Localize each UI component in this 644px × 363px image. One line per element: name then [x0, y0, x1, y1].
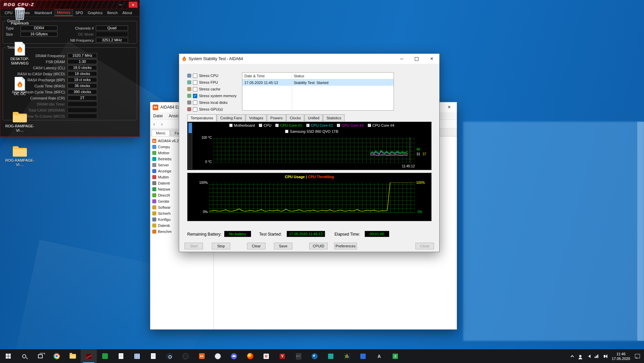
minimize-icon[interactable]	[117, 2, 124, 8]
taskbar-firefox[interactable]	[242, 349, 258, 363]
taskbar-voicemeeter[interactable]	[339, 349, 355, 363]
taskbar-file-explorer[interactable]	[65, 349, 81, 363]
config-icon	[152, 217, 156, 221]
taskbar-app-v[interactable]: V	[274, 349, 290, 363]
tab-unified[interactable]: Unified	[305, 114, 323, 121]
tray-speaker[interactable]	[585, 349, 593, 363]
taskbar-search-button[interactable]	[16, 349, 32, 363]
nav-back-icon[interactable]: ‹	[150, 121, 158, 127]
series-toggle-cpu[interactable]: CPU	[259, 123, 271, 127]
taskbar-app-green[interactable]	[97, 349, 113, 363]
close-icon[interactable]: ×	[129, 2, 137, 8]
taskbar-app-r[interactable]: R	[258, 349, 274, 363]
stress-fpu-checkbox[interactable]	[193, 80, 197, 85]
minimize-icon[interactable]	[394, 54, 409, 64]
chart-scrollbar[interactable]	[188, 123, 192, 169]
test-started-value: 17.05.2020 11:45:12	[287, 231, 325, 237]
stress-disks-checkbox[interactable]	[193, 100, 197, 105]
desktop-icon-file-2[interactable]: OC OC	[4, 75, 36, 96]
tab-menu[interactable]: Menü	[152, 130, 170, 136]
stress-disks-option[interactable]: Stress local disks	[187, 99, 228, 106]
series-toggle-core4[interactable]: CPU Core #4	[368, 123, 394, 127]
taskbar-app-green2[interactable]: 2	[387, 349, 403, 363]
taskbar-discord[interactable]	[226, 349, 242, 363]
stress-memory-option[interactable]: Stress system memory	[187, 92, 237, 99]
close-icon[interactable]	[424, 54, 439, 64]
series-toggle-motherboard[interactable]: Motherboard	[229, 123, 255, 127]
stability-titlebar[interactable]: System Stability Test - AIDA64	[179, 54, 439, 64]
stress-cache-option[interactable]: Stress cache	[187, 86, 220, 92]
tray-contact[interactable]	[576, 349, 585, 363]
series-checkbox[interactable]	[368, 124, 371, 127]
taskbar-app-blue-swirl[interactable]	[307, 349, 323, 363]
speaker-icon	[587, 355, 591, 358]
stress-cpu-checkbox[interactable]	[193, 74, 197, 78]
stress-memory-checkbox[interactable]	[193, 94, 197, 98]
series-toggle-core2[interactable]: CPU Core #2	[306, 123, 333, 127]
action-center-button[interactable]	[633, 349, 641, 363]
preferences-button[interactable]: Preferences	[334, 243, 357, 249]
hidden-icons-chevron[interactable]	[568, 349, 576, 363]
series-toggle-core1[interactable]: CPU Core #1	[275, 123, 302, 127]
tab-powers[interactable]: Powers	[267, 114, 286, 121]
stress-fpu-option[interactable]: Stress FPU	[187, 79, 218, 86]
desktop-icon-recycle-bin[interactable]: Papierkorb	[4, 4, 36, 26]
start-button[interactable]	[0, 349, 16, 363]
task-view-icon	[38, 354, 43, 358]
chart-scrollbar-thumb[interactable]	[189, 123, 192, 133]
taskbar-aida64[interactable]: 64	[194, 349, 210, 363]
desktop-icon-folder-1[interactable]: ROG-RAMPAGE-VI-...	[4, 107, 36, 133]
taskbar-app-a[interactable]: A	[371, 349, 387, 363]
task-view-button[interactable]	[32, 349, 48, 363]
series-checkbox[interactable]	[306, 124, 310, 127]
nav-forward-icon[interactable]: ›	[158, 121, 166, 127]
taskbar-epic-games[interactable]: EPIC	[290, 349, 307, 363]
stress-cache-checkbox[interactable]	[193, 87, 197, 91]
clear-button[interactable]: Clear	[247, 243, 266, 249]
series-toggle-ssd[interactable]: Samsung SSD 860 QVO 1TB	[285, 129, 338, 133]
desktop-icon-file-1[interactable]: DESKTOP-56MVM1G	[4, 40, 36, 66]
tab-temperatures[interactable]: Temperatures	[187, 114, 216, 121]
save-button[interactable]: Save	[274, 243, 292, 249]
menu-datei[interactable]: Datei	[150, 114, 166, 118]
cpuid-button[interactable]: CPUID	[309, 243, 328, 249]
tab-cooling-fans[interactable]: Cooling Fans	[217, 114, 245, 121]
tab-clocks[interactable]: Clocks	[286, 114, 304, 121]
log-row[interactable]: 17.05.2020 11:45:13 Stability Test: Star…	[242, 79, 394, 86]
taskbar-document[interactable]	[145, 349, 161, 363]
taskbar-app-teal[interactable]	[323, 349, 339, 363]
series-checkbox[interactable]	[337, 124, 340, 127]
tab-memory[interactable]: Memory	[54, 9, 73, 16]
stop-button[interactable]: Stop	[212, 243, 230, 249]
taskbar-chrome[interactable]	[48, 349, 65, 363]
series-checkbox[interactable]	[259, 124, 262, 127]
tab-statistics[interactable]: Statistics	[323, 114, 345, 121]
taskbar-cpuz[interactable]	[81, 349, 97, 363]
taskbar-app-white-circle[interactable]	[210, 349, 226, 363]
desktop-icon-folder-2[interactable]: ROG-RAMPAGE-VI-...	[4, 141, 36, 167]
taskbar-notepad[interactable]	[113, 349, 129, 363]
temperature-plot	[213, 137, 415, 163]
series-checkbox[interactable]	[229, 124, 233, 127]
taskbar-app-striped[interactable]	[129, 349, 145, 363]
tab-bench[interactable]: Bench	[105, 10, 120, 16]
tab-voltages[interactable]: Voltages	[246, 114, 267, 121]
stress-gpu-option[interactable]: Stress GPU(s)	[187, 106, 223, 113]
stress-cpu-option[interactable]: Stress CPU	[187, 72, 218, 79]
series-checkbox[interactable]	[275, 124, 279, 127]
tray-network[interactable]	[593, 349, 601, 363]
close-icon[interactable]	[442, 102, 457, 112]
tab-graphics[interactable]: Graphics	[85, 10, 105, 16]
stress-gpu-checkbox[interactable]	[193, 107, 197, 112]
taskbar-app-dark-circle[interactable]	[177, 349, 194, 363]
series-checkbox[interactable]	[285, 130, 288, 133]
tab-about[interactable]: About	[120, 10, 134, 16]
taskbar-steam[interactable]	[161, 349, 177, 363]
tray-volume[interactable]	[601, 349, 609, 363]
taskbar-app-blue[interactable]	[355, 349, 371, 363]
taskbar-clock[interactable]: 11:46 17.05.2020	[609, 352, 633, 361]
series-toggle-core3[interactable]: CPU Core #3	[337, 123, 363, 127]
series-legend-row: Motherboard CPU CPU Core #1 CPU Core #2 …	[194, 123, 429, 127]
maximize-icon[interactable]	[409, 54, 424, 64]
tab-spd[interactable]: SPD	[73, 10, 85, 16]
